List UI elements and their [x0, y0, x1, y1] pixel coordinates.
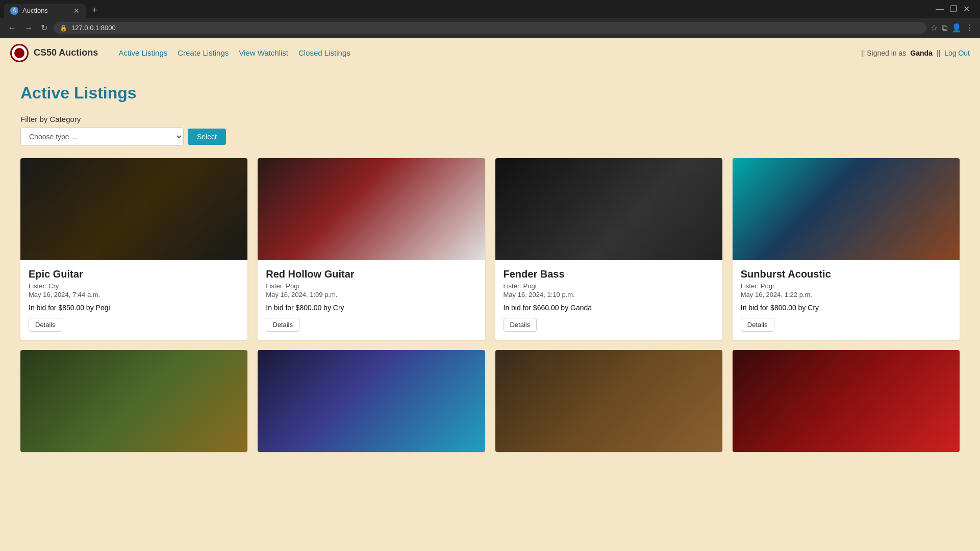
listing-image — [258, 350, 485, 452]
nav-view-watchlist[interactable]: View Watchlist — [239, 48, 288, 57]
listing-card: Fender BassLister: PogiMay 16, 2024, 1:1… — [495, 158, 722, 340]
menu-button[interactable]: ⋮ — [966, 23, 974, 33]
listing-date: May 16, 2024, 1:10 p.m. — [504, 291, 714, 298]
details-button[interactable]: Details — [504, 318, 537, 332]
address-bar: ← → ↻ 🔒 ☆ ⧉ 👤 ⋮ — [0, 18, 980, 38]
nav-right: || Signed in as Ganda || Log Out — [861, 49, 970, 57]
bookmark-button[interactable]: ☆ — [931, 23, 938, 33]
listing-body: Fender BassLister: PogiMay 16, 2024, 1:1… — [495, 260, 722, 340]
listing-body: Epic GuitarLister: CryMay 16, 2024, 7:44… — [20, 260, 247, 340]
site-logo: CS50 Auctions — [10, 44, 98, 62]
profile-button[interactable]: 👤 — [951, 23, 962, 33]
details-button[interactable]: Details — [29, 318, 62, 332]
tab-favicon: A — [10, 7, 18, 15]
browser-chrome: A Auctions ✕ + — ❐ ✕ ← → ↻ 🔒 ☆ ⧉ 👤 ⋮ — [0, 0, 980, 38]
category-select[interactable]: Choose type ... Guitars Bass Acoustic El… — [20, 128, 184, 146]
listing-image — [733, 158, 960, 260]
new-tab-button[interactable]: + — [88, 3, 102, 18]
signed-in-prefix: || Signed in as — [861, 49, 906, 57]
listing-bid: In bid for $800.00 by Cry — [741, 304, 951, 312]
filter-select-button[interactable]: Select — [188, 129, 226, 145]
address-input[interactable] — [71, 24, 920, 32]
listing-lister: Lister: Pogi — [504, 282, 714, 290]
page-title: Active Listings — [20, 84, 960, 103]
listing-image — [495, 350, 722, 452]
close-button[interactable]: ✕ — [963, 4, 970, 14]
listing-image — [258, 158, 485, 260]
forward-button[interactable]: → — [22, 21, 35, 35]
listing-bid: In bid for $850.00 by Pogi — [29, 304, 239, 312]
logo-inner — [14, 48, 24, 58]
nav-links: Active Listings Create Listings View Wat… — [118, 48, 350, 57]
listing-date: May 16, 2024, 7:44 a.m. — [29, 291, 239, 298]
logo-icon — [10, 44, 29, 62]
listing-date: May 16, 2024, 1:22 p.m. — [741, 291, 951, 298]
listing-card — [258, 350, 485, 452]
address-actions: ☆ ⧉ 👤 ⋮ — [931, 23, 974, 33]
nav-closed-listings[interactable]: Closed Listings — [298, 48, 350, 57]
listing-date: May 16, 2024, 1:09 p.m. — [266, 291, 476, 298]
logout-button[interactable]: Log Out — [944, 49, 970, 57]
tab-label: Auctions — [22, 7, 48, 14]
listing-card — [495, 350, 722, 452]
listing-title: Epic Guitar — [29, 268, 239, 280]
filter-label: Filter by Category — [20, 115, 960, 123]
signed-in-suffix: || — [937, 49, 940, 57]
listing-image — [495, 158, 722, 260]
address-input-wrap: 🔒 — [54, 22, 926, 34]
listing-body: Red Hollow GuitarLister: PogiMay 16, 202… — [258, 260, 485, 340]
site-nav: CS50 Auctions Active Listings Create Lis… — [0, 38, 980, 68]
listing-image — [20, 158, 247, 260]
listing-image — [20, 350, 247, 452]
back-button[interactable]: ← — [6, 21, 18, 35]
extensions-button[interactable]: ⧉ — [942, 23, 947, 33]
listing-image — [733, 350, 960, 452]
filter-section: Filter by Category Choose type ... Guita… — [20, 115, 960, 146]
listing-title: Sunburst Acoustic — [741, 268, 951, 280]
reload-button[interactable]: ↻ — [39, 21, 49, 35]
listing-bid: In bid for $800.00 by Cry — [266, 304, 476, 312]
maximize-button[interactable]: ❐ — [950, 4, 957, 14]
listing-lister: Lister: Pogi — [266, 282, 476, 290]
details-button[interactable]: Details — [741, 318, 774, 332]
listing-lister: Lister: Pogi — [741, 282, 951, 290]
listing-bid: In bid for $660.00 by Ganda — [504, 304, 714, 312]
nav-create-listings[interactable]: Create Listings — [178, 48, 229, 57]
signed-in-user: Ganda — [910, 49, 933, 57]
tab-bar: A Auctions ✕ + — ❐ ✕ — [0, 0, 980, 18]
logo-text: CS50 Auctions — [34, 47, 98, 58]
listing-card — [20, 350, 247, 452]
listing-title: Fender Bass — [504, 268, 714, 280]
filter-row: Choose type ... Guitars Bass Acoustic El… — [20, 128, 960, 146]
listing-card — [733, 350, 960, 452]
listing-title: Red Hollow Guitar — [266, 268, 476, 280]
tab-close-button[interactable]: ✕ — [73, 7, 80, 15]
listings-grid: Epic GuitarLister: CryMay 16, 2024, 7:44… — [20, 158, 960, 452]
active-tab[interactable]: A Auctions ✕ — [4, 4, 86, 18]
nav-active-listings[interactable]: Active Listings — [118, 48, 167, 57]
listing-body: Sunburst AcousticLister: PogiMay 16, 202… — [733, 260, 960, 340]
listing-card: Sunburst AcousticLister: PogiMay 16, 202… — [733, 158, 960, 340]
main-content: Active Listings Filter by Category Choos… — [0, 68, 980, 467]
minimize-button[interactable]: — — [936, 4, 944, 14]
lock-icon: 🔒 — [60, 24, 67, 32]
details-button[interactable]: Details — [266, 318, 299, 332]
listing-lister: Lister: Cry — [29, 282, 239, 290]
listing-card: Epic GuitarLister: CryMay 16, 2024, 7:44… — [20, 158, 247, 340]
listing-card: Red Hollow GuitarLister: PogiMay 16, 202… — [258, 158, 485, 340]
window-controls: — ❐ ✕ — [936, 4, 976, 17]
